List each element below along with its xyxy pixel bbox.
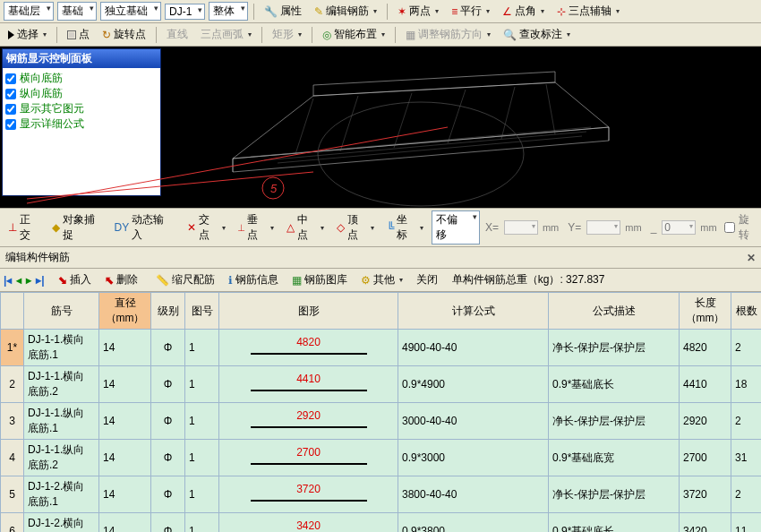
col-len[interactable]: 长度（mm） — [680, 293, 731, 330]
x-label: X= — [483, 221, 500, 234]
rotate-checkbox[interactable]: 旋转 — [724, 212, 757, 243]
nav-last-icon[interactable]: ▸| — [36, 274, 44, 287]
table-row[interactable]: 1*DJ-1-1.横向底筋.114Φ148204900-40-40净长-保护层-… — [1, 330, 762, 366]
col-shape[interactable]: 图形 — [219, 293, 398, 330]
svg-line-10 — [394, 93, 412, 148]
element-combo[interactable]: DJ-1 — [165, 4, 205, 20]
arc-button: 三点画弧 — [196, 25, 256, 44]
svg-line-15 — [27, 127, 448, 203]
peak-icon: ◇ — [337, 221, 345, 234]
table-row[interactable]: 5DJ-1-2.横向底筋.114Φ137203800-40-40净长-保护层-保… — [1, 476, 762, 513]
three-point-icon: ⊹ — [557, 5, 566, 18]
point-button[interactable]: 点 — [63, 25, 94, 44]
grid-icon: ▦ — [406, 29, 415, 41]
offset-mode-combo[interactable]: 不偏移 — [432, 210, 480, 245]
delete-icon: ⬉ — [105, 274, 114, 287]
point-angle-button[interactable]: ∠点角 — [498, 2, 549, 21]
rect-button: 矩形 — [268, 25, 306, 44]
a-value: 0 — [662, 220, 696, 235]
other-button[interactable]: ⚙其他 — [356, 270, 407, 289]
delete-button[interactable]: ⬉删除 — [100, 270, 142, 289]
ortho-toggle[interactable]: ⊥正交 — [4, 210, 44, 245]
view-combo[interactable]: 整体 — [209, 2, 248, 21]
insert-button[interactable]: ⬊插入 — [54, 270, 96, 289]
table-row[interactable]: 4DJ-1-1.纵向底筋.214Φ127000.9*30000.9*基础底宽27… — [1, 440, 762, 476]
viewport-3d[interactable]: 钢筋显示控制面板 横向底筋 纵向底筋 显示其它图元 显示详细公式 5 — [0, 47, 761, 208]
dyn-icon: DY — [115, 221, 130, 234]
adjust-rebar-button: ▦调整钢筋方向 — [401, 25, 495, 44]
col-desc[interactable]: 公式描述 — [549, 293, 680, 330]
nav-next-icon[interactable]: ▸ — [26, 274, 31, 287]
peak-snap[interactable]: ◇顶点 — [332, 210, 379, 245]
fit-button[interactable]: 📏缩尺配筋 — [151, 270, 219, 289]
foundation-combo[interactable]: 独立基础 — [100, 2, 161, 21]
svg-point-18 — [318, 102, 524, 206]
angle-icon: ∠ — [502, 5, 512, 18]
col-qty[interactable]: 根数 — [731, 293, 762, 330]
lib-button[interactable]: ▦钢筋图库 — [287, 270, 352, 289]
rotate-icon: ↻ — [102, 29, 111, 41]
perp-icon: ⟂ — [238, 221, 244, 234]
svg-line-8 — [295, 99, 313, 154]
intersect-icon: ✕ — [187, 221, 196, 234]
table-row[interactable]: 6DJ-1-2.横向底筋.214Φ134200.9*38000.9*基础底长34… — [1, 513, 762, 533]
mid-snap[interactable]: △中点 — [282, 210, 329, 245]
layer-combo[interactable]: 基础层 — [4, 2, 54, 21]
ortho-icon: ⊥ — [8, 221, 17, 234]
type-combo[interactable]: 基础 — [57, 2, 97, 21]
nav-first-icon[interactable]: |◂ — [4, 274, 12, 287]
osnap-icon: ◆ — [52, 221, 60, 234]
note-button[interactable]: 🔍查改标注 — [499, 25, 575, 44]
col-grade[interactable]: 级别 — [151, 293, 185, 330]
svg-marker-1 — [233, 127, 609, 172]
intersect-snap[interactable]: ✕交点 — [183, 210, 230, 245]
close-icon[interactable]: ✕ — [747, 252, 756, 264]
line-button: 直线 — [162, 25, 192, 44]
wireframe-3d: 5 — [0, 47, 761, 208]
rebar-toolbar: |◂ ◂ ▸ ▸| ⬊插入 ⬉删除 📏缩尺配筋 ℹ钢筋信息 ▦钢筋图库 ⚙其他 … — [0, 269, 761, 292]
info-button[interactable]: ℹ钢筋信息 — [224, 270, 283, 289]
ruler-icon: 📏 — [156, 274, 169, 287]
close-button[interactable]: 关闭 — [412, 270, 442, 289]
rotate-point-button[interactable]: ↻旋转点 — [98, 25, 150, 44]
col-formula[interactable]: 计算公式 — [398, 293, 549, 330]
coord-button[interactable]: ╚坐标 — [382, 210, 429, 245]
target-icon: ◎ — [322, 29, 331, 41]
toolbar-draw: 选择 点 ↻旋转点 直线 三点画弧 矩形 ◎智能布置 ▦调整钢筋方向 🔍查改标注 — [0, 23, 761, 47]
pencil-icon: ✎ — [314, 5, 323, 18]
col-no[interactable]: 筋号 — [24, 293, 99, 330]
col-dia[interactable]: 直径（mm） — [99, 293, 151, 330]
section-header: 编辑构件钢筋 ✕ — [0, 247, 761, 269]
svg-marker-2 — [313, 72, 555, 96]
three-point-axis-button[interactable]: ⊹三点辅轴 — [552, 2, 624, 21]
parallel-button[interactable]: ≡平行 — [447, 2, 494, 21]
svg-marker-0 — [233, 82, 609, 159]
other-icon: ⚙ — [361, 274, 371, 287]
perp-snap[interactable]: ⟂垂点 — [234, 210, 278, 245]
properties-button[interactable]: 🔧属性 — [260, 2, 306, 21]
edit-rebar-button[interactable]: ✎编辑钢筋 — [310, 2, 381, 21]
col-blank[interactable] — [1, 293, 24, 330]
dynamic-input-toggle[interactable]: DY动态输入 — [110, 210, 175, 245]
a-label: _ — [649, 221, 659, 234]
mid-icon: △ — [286, 221, 295, 234]
svg-line-9 — [340, 96, 358, 151]
coord-icon: ╚ — [387, 221, 395, 234]
two-point-button[interactable]: ✶两点 — [393, 2, 443, 21]
search-icon: 🔍 — [503, 29, 517, 41]
parallel-icon: ≡ — [451, 5, 457, 18]
svg-line-11 — [448, 90, 466, 143]
nav-prev-icon[interactable]: ◂ — [16, 274, 21, 287]
osnap-toggle[interactable]: ◆对象捕捉 — [47, 210, 107, 245]
total-weight: 单构件钢筋总重（kg）: 327.837 — [452, 272, 605, 287]
select-button[interactable]: 选择 — [4, 25, 51, 44]
toolbar-top: 基础层 基础 独立基础 DJ-1 整体 🔧属性 ✎编辑钢筋 ✶两点 ≡平行 ∠点… — [0, 0, 761, 23]
y-label: Y= — [566, 221, 583, 234]
smart-layout-button[interactable]: ◎智能布置 — [318, 25, 389, 44]
properties-icon: 🔧 — [264, 5, 278, 18]
table-row[interactable]: 2DJ-1-1.横向底筋.214Φ144100.9*49000.9*基础底长44… — [1, 366, 762, 403]
col-pic[interactable]: 图号 — [185, 293, 219, 330]
rebar-table[interactable]: 筋号 直径（mm） 级别 图号 图形 计算公式 公式描述 长度（mm） 根数 1… — [0, 292, 761, 532]
table-row[interactable]: 3DJ-1-1.纵向底筋.114Φ129203000-40-40净长-保护层-保… — [1, 403, 762, 440]
point-icon — [67, 30, 76, 39]
